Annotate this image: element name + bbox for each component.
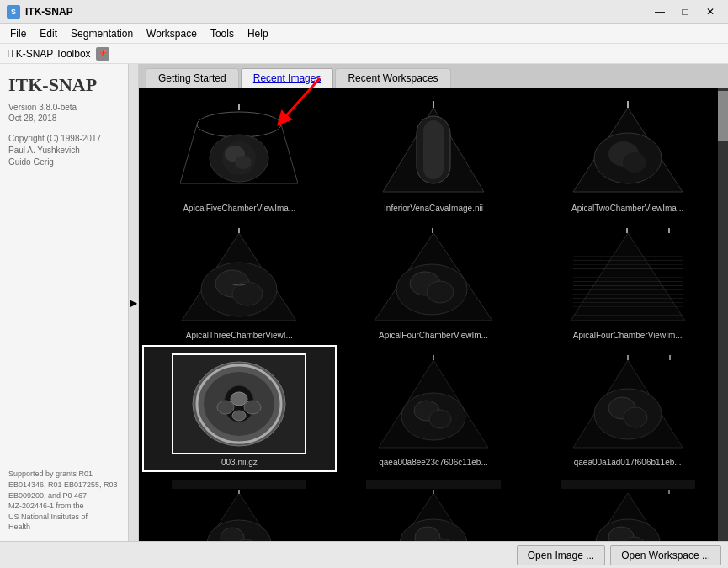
image-thumbnail [366,353,501,454]
image-thumbnail [172,353,306,454]
menu-help[interactable]: Help [241,26,275,41]
svg-rect-70 [238,490,240,494]
list-item[interactable]: ApicalFourChamberViewIm... [337,218,531,345]
svg-rect-28 [573,252,683,252]
svg-rect-38 [573,294,683,295]
list-item[interactable]: ApicalThreeChamberViewI... [142,218,337,345]
image-filename: ApicalThreeChamberViewI... [186,331,293,340]
tab-recent-workspaces[interactable]: Recent Workspaces [335,68,450,88]
image-filename: qaea00a8ee23c7606c11eb... [379,458,488,467]
svg-point-5 [235,156,252,169]
scrollbar[interactable] [718,88,728,541]
svg-rect-32 [573,268,683,269]
toolbox-label: ITK-SNAP Toolbox [7,48,91,60]
image-filename: 003.nii.gz [221,458,258,467]
image-thumbnail [561,480,695,541]
toolbox-pin-icon[interactable]: 📌 [96,47,109,61]
svg-rect-35 [573,281,683,282]
image-thumbnail [366,226,501,327]
open-image-button[interactable]: Open Image ... [517,545,605,565]
svg-point-58 [429,410,451,428]
image-thumbnail [172,480,306,541]
image-grid: ApicalFiveChamberViewIma... [139,88,728,541]
svg-rect-80 [668,490,670,494]
bottom-bar: Open Image ... Open Workspace ... [0,541,728,568]
sidebar-support: Supported by grants R01EB014346, R01 EB0… [8,469,130,533]
image-filename: ApicalFourChamberViewIm... [379,331,488,340]
svg-rect-44 [626,228,628,233]
svg-rect-10 [433,101,434,108]
minimize-button[interactable]: — [649,3,671,20]
list-item[interactable] [337,472,531,541]
svg-point-51 [217,401,234,414]
svg-rect-30 [573,260,683,261]
svg-rect-65 [669,355,671,360]
svg-rect-34 [573,277,683,278]
toolbox-bar: ITK-SNAP Toolbox 📌 [0,44,728,64]
list-item[interactable]: ApicalTwoChamberViewIma... [530,91,725,218]
sidebar-app-title: ITK-SNAP [8,74,130,96]
menu-file[interactable]: File [3,26,33,41]
svg-rect-75 [433,490,434,494]
svg-rect-15 [627,101,629,108]
list-item[interactable]: ApicalFourChamberViewIm... [530,218,725,345]
tabs-bar: Getting Started Recent Images Recent Wor… [139,64,728,88]
svg-point-52 [244,401,261,414]
svg-point-14 [623,152,646,173]
svg-point-25 [427,281,454,303]
image-thumbnail [366,99,501,200]
list-item[interactable] [530,472,725,541]
menu-workspace[interactable]: Workspace [140,26,204,41]
app-icon: S [7,5,20,19]
window-title: ITK-SNAP [25,6,73,18]
title-bar-left: S ITK-SNAP [7,5,73,19]
open-workspace-button[interactable]: Open Workspace ... [610,545,721,565]
tab-getting-started[interactable]: Getting Started [146,68,239,88]
image-thumbnail [366,480,501,541]
svg-rect-26 [432,228,433,233]
image-thumbnail [172,99,306,200]
image-filename: ApicalFourChamberViewIm... [573,331,683,340]
close-button[interactable]: ✕ [699,3,721,20]
svg-rect-9 [423,120,444,179]
svg-rect-42 [573,311,683,311]
menu-edit[interactable]: Edit [33,26,64,41]
sidebar: ITK-SNAP Version 3.8.0-beta Oct 28, 2018… [0,64,139,541]
svg-point-53 [232,411,246,421]
list-item[interactable] [142,472,337,541]
sidebar-version: Version 3.8.0-beta [8,103,130,112]
svg-rect-39 [573,298,683,299]
tab-recent-images[interactable]: Recent Images [241,68,334,88]
content-area: Getting Started Recent Images Recent Wor… [139,64,728,541]
svg-rect-43 [573,315,683,316]
list-item[interactable]: qaea00a8ee23c7606c11eb... [337,345,531,472]
image-thumbnail [561,226,695,327]
svg-rect-64 [627,355,629,360]
sidebar-collapse-arrow[interactable]: ▶ [128,64,138,541]
title-bar: S ITK-SNAP — □ ✕ [0,0,728,24]
image-filename: ApicalFiveChamberViewIma... [183,204,295,213]
image-filename: ApicalTwoChamberViewIma... [571,204,683,213]
list-item[interactable]: ApicalFiveChamberViewIma... [142,91,337,218]
sidebar-copyright: Copyright (C) 1998-2017Paul A. Yushkevic… [8,133,130,168]
menu-segmentation[interactable]: Segmentation [64,26,140,41]
svg-point-63 [624,407,647,427]
svg-rect-40 [573,302,683,303]
svg-rect-41 [573,306,683,307]
maximize-button[interactable]: □ [674,3,696,20]
title-bar-controls: — □ ✕ [649,3,721,20]
menu-tools[interactable]: Tools [204,26,241,41]
image-thumbnail [561,99,695,200]
scrollbar-thumb[interactable] [718,91,728,141]
list-item[interactable]: 003.nii.gz [142,345,337,472]
svg-rect-31 [573,264,683,265]
main-layout: ITK-SNAP Version 3.8.0-beta Oct 28, 2018… [0,64,728,541]
svg-rect-37 [573,289,683,290]
svg-rect-29 [573,256,683,257]
svg-rect-33 [573,273,683,273]
image-filename: InferiorVenaCavaImage.nii [384,204,483,213]
list-item[interactable]: qaea00a1ad017f606b11eb... [530,345,725,472]
list-item[interactable]: InferiorVenaCavaImage.nii [337,91,531,218]
image-grid-container[interactable]: ApicalFiveChamberViewIma... [139,88,728,541]
image-thumbnail [172,226,306,327]
